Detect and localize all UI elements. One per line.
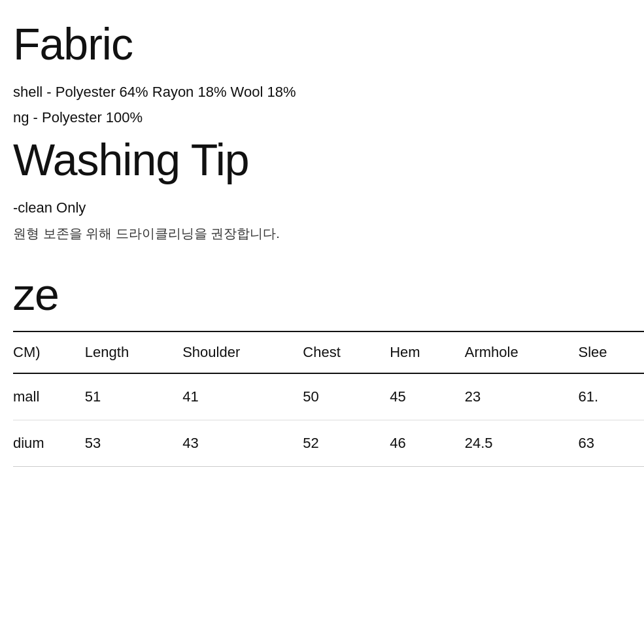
fabric-line-1: shell - Polyester 64% Rayon 18% Wool 18%	[13, 80, 644, 103]
row1-shoulder: 41	[176, 373, 296, 420]
row1-sleeve: 61.	[572, 373, 644, 420]
row2-size: dium	[13, 420, 78, 466]
col-header-sleeve: Slee	[572, 331, 644, 373]
row2-length: 53	[78, 420, 176, 466]
row1-length: 51	[78, 373, 176, 420]
size-table-wrapper: CM) Length Shoulder Chest Hem Armhole Sl…	[13, 331, 644, 467]
washing-body: -clean Only 원형 보존을 위해 드라이클리닝을 권장합니다.	[13, 196, 644, 244]
washing-tip-en: -clean Only	[13, 196, 644, 219]
washing-tip-ko: 원형 보존을 위해 드라이클리닝을 권장합니다.	[13, 223, 644, 244]
col-header-size: CM)	[13, 331, 78, 373]
col-header-chest: Chest	[296, 331, 383, 373]
fabric-title: Fabric	[13, 20, 644, 69]
col-header-hem: Hem	[383, 331, 458, 373]
row2-sleeve: 63	[572, 420, 644, 466]
fabric-body: shell - Polyester 64% Rayon 18% Wool 18%…	[13, 80, 644, 129]
row2-shoulder: 43	[176, 420, 296, 466]
fabric-section: Fabric shell - Polyester 64% Rayon 18% W…	[0, 20, 644, 129]
row1-chest: 50	[296, 373, 383, 420]
table-row: mall 51 41 50 45 23 61.	[13, 373, 644, 420]
row1-hem: 45	[383, 373, 458, 420]
fabric-line-2: ng - Polyester 100%	[13, 106, 644, 129]
row1-size: mall	[13, 373, 78, 420]
washing-section: Washing Tip -clean Only 원형 보존을 위해 드라이클리닝…	[0, 135, 644, 244]
col-header-armhole: Armhole	[458, 331, 572, 373]
size-title: ze	[13, 270, 644, 319]
table-row: dium 53 43 52 46 24.5 63	[13, 420, 644, 466]
col-header-length: Length	[78, 331, 176, 373]
col-header-shoulder: Shoulder	[176, 331, 296, 373]
page-container: Fabric shell - Polyester 64% Rayon 18% W…	[0, 0, 644, 486]
washing-title: Washing Tip	[13, 135, 644, 184]
row1-armhole: 23	[458, 373, 572, 420]
size-table: CM) Length Shoulder Chest Hem Armhole Sl…	[13, 331, 644, 467]
row2-armhole: 24.5	[458, 420, 572, 466]
table-header-row: CM) Length Shoulder Chest Hem Armhole Sl…	[13, 331, 644, 373]
row2-chest: 52	[296, 420, 383, 466]
row2-hem: 46	[383, 420, 458, 466]
size-section: ze CM) Length Shoulder Chest Hem Armhole…	[0, 270, 644, 467]
